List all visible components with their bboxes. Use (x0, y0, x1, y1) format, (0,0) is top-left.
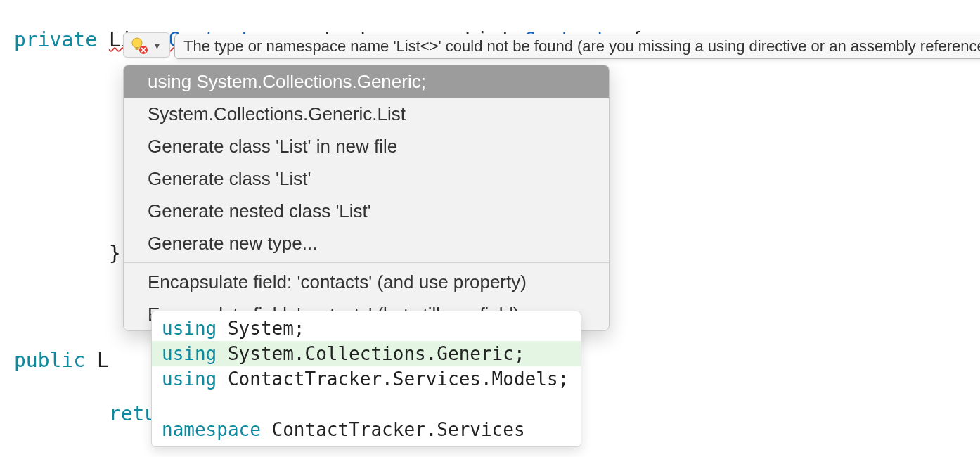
menu-item-gen-class-newfile[interactable]: Generate class 'List' in new file (124, 130, 609, 162)
keyword-private: private (14, 28, 97, 51)
quickfix-lightbulb-button[interactable]: ▾ (123, 32, 170, 58)
quickfix-menu[interactable]: using System.Collections.Generic; System… (123, 65, 610, 331)
preview-line: using System; (152, 316, 581, 341)
quickfix-preview: using System; using System.Collections.G… (151, 311, 581, 447)
preview-line: using ContactTracker.Services.Models; (152, 366, 581, 392)
menu-item-encapsulate-property[interactable]: Encapsulate field: 'contacts' (and use p… (124, 266, 609, 298)
menu-item-gen-new-type[interactable]: Generate new type... (124, 227, 609, 259)
preview-line: namespace ContactTracker.Services (152, 417, 581, 442)
svg-point-0 (132, 38, 142, 48)
menu-item-gen-nested-class[interactable]: Generate nested class 'List' (124, 195, 609, 227)
svg-rect-1 (136, 47, 139, 50)
menu-item-full-name[interactable]: System.Collections.Generic.List (124, 98, 609, 130)
preview-line (152, 392, 581, 417)
error-tooltip: The type or namespace name 'List<>' coul… (174, 34, 980, 59)
keyword-public: public (14, 349, 85, 372)
menu-separator (124, 262, 609, 263)
preview-line-added: using System.Collections.Generic; (152, 341, 581, 366)
code-line: } (14, 454, 643, 457)
keyword-return: retu (109, 402, 156, 425)
chevron-down-icon: ▾ (150, 38, 164, 53)
menu-item-gen-class[interactable]: Generate class 'List' (124, 162, 609, 195)
menu-item-using-generic[interactable]: using System.Collections.Generic; (124, 65, 609, 98)
lightbulb-error-icon (129, 36, 148, 54)
